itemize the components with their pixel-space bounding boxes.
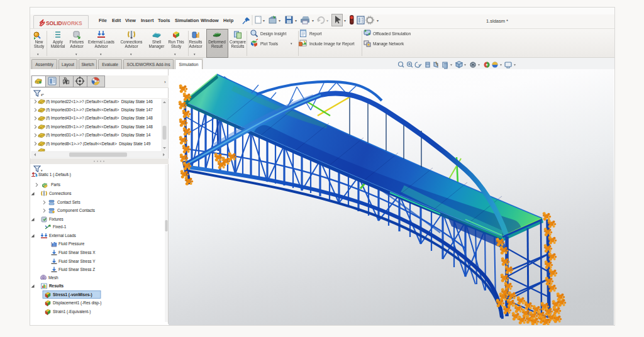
svg-text:▾: ▾ [500,63,502,67]
svg-text:▾: ▾ [450,63,452,67]
svg-text:▾: ▾ [41,93,43,97]
svg-text:▾: ▾ [464,63,466,67]
svg-text:›: › [164,79,166,85]
svg-text:▾: ▾ [514,63,516,67]
svg-text:▾: ▾ [478,63,480,67]
